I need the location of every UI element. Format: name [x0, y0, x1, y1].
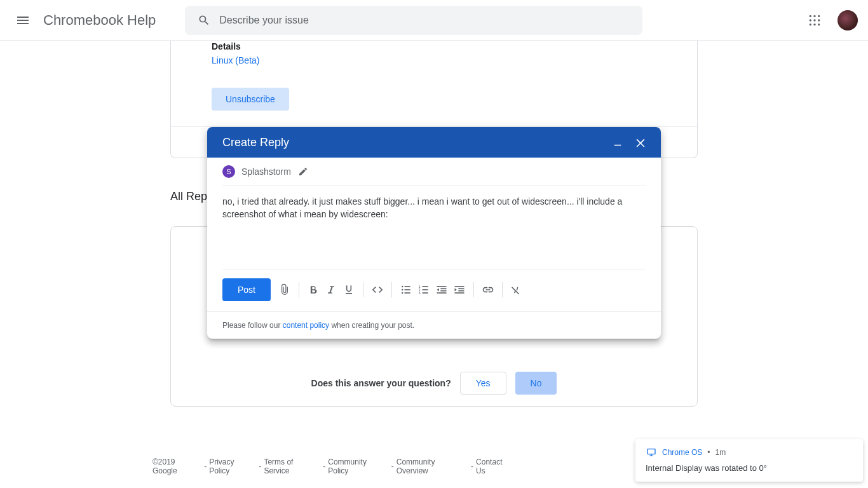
- details-category-link[interactable]: Linux (Beta): [212, 55, 259, 65]
- svg-point-10: [402, 286, 403, 288]
- toast-app-name: Chrome OS: [662, 448, 702, 457]
- brand-title: Chromebook Help: [43, 12, 156, 29]
- svg-point-1: [813, 15, 815, 17]
- svg-point-8: [818, 24, 820, 25]
- composer-toolbar: Post 123: [222, 269, 646, 311]
- outdent-button[interactable]: [433, 278, 451, 301]
- footer-link-contact[interactable]: Contact Us: [476, 458, 513, 475]
- monitor-icon: [646, 447, 657, 458]
- post-button[interactable]: Post: [222, 278, 271, 301]
- close-icon: [634, 136, 647, 149]
- bullet-list-icon: [400, 283, 412, 296]
- svg-rect-13: [405, 286, 410, 287]
- main-menu-button[interactable]: [8, 5, 38, 36]
- footer-link-privacy[interactable]: Privacy Policy: [209, 458, 256, 475]
- link-icon: [482, 283, 494, 296]
- minimize-button[interactable]: [606, 131, 629, 154]
- footer-link-community-policy[interactable]: Community Policy: [328, 458, 388, 475]
- svg-rect-14: [405, 289, 410, 290]
- svg-rect-25: [437, 292, 447, 294]
- clear-formatting-button[interactable]: [508, 278, 526, 301]
- svg-point-2: [818, 15, 820, 17]
- indent-icon: [453, 283, 466, 296]
- svg-rect-28: [458, 290, 464, 292]
- google-apps-button[interactable]: [802, 8, 827, 33]
- app-header: Chromebook Help: [0, 0, 868, 41]
- svg-rect-9: [614, 145, 621, 146]
- create-reply-dialog: Create Reply S Splashstorm no, i tried t…: [207, 127, 661, 339]
- svg-point-12: [402, 292, 403, 294]
- composer-policy-note: Please follow our content policy when cr…: [207, 311, 661, 339]
- answer-yes-button[interactable]: Yes: [460, 372, 506, 395]
- search-input[interactable]: [212, 15, 642, 26]
- footer-link-terms[interactable]: Terms of Service: [264, 458, 320, 475]
- reply-editor[interactable]: no, i tried that already. it just makes …: [222, 186, 646, 269]
- svg-point-4: [813, 19, 815, 21]
- answer-prompt-bar: Does this answer your question? Yes No: [171, 372, 697, 395]
- account-avatar[interactable]: [837, 10, 858, 30]
- numbered-list-button[interactable]: 123: [415, 278, 433, 301]
- code-button[interactable]: [369, 278, 386, 301]
- pencil-icon: [298, 166, 308, 177]
- content-policy-link[interactable]: content policy: [283, 321, 329, 330]
- toast-timestamp: 1m: [715, 448, 726, 457]
- numbered-list-icon: 123: [417, 283, 430, 296]
- underline-button[interactable]: [340, 278, 358, 301]
- underline-icon: [342, 283, 355, 296]
- paperclip-icon: [278, 283, 291, 296]
- bullet-list-button[interactable]: [397, 278, 415, 301]
- close-button[interactable]: [629, 131, 652, 154]
- bold-icon: [307, 283, 320, 296]
- svg-rect-26: [455, 286, 465, 287]
- footer-copyright: ©2019 Google: [153, 458, 201, 475]
- svg-point-0: [810, 15, 811, 17]
- composer-header: Create Reply: [207, 127, 661, 158]
- hamburger-icon: [15, 13, 31, 28]
- svg-rect-22: [437, 286, 447, 287]
- unsubscribe-button[interactable]: Unsubscribe: [212, 88, 289, 111]
- svg-rect-19: [423, 286, 428, 287]
- page-footer: ©2019 Google - Privacy Policy - Terms of…: [76, 458, 698, 488]
- outdent-icon: [435, 283, 448, 296]
- indent-button[interactable]: [451, 278, 468, 301]
- system-notification-toast[interactable]: Chrome OS • 1m Internal Display was rota…: [635, 439, 863, 482]
- link-button[interactable]: [479, 278, 497, 301]
- details-heading: Details: [212, 40, 668, 51]
- svg-text:3: 3: [419, 291, 421, 295]
- author-name: Splashstorm: [241, 166, 291, 177]
- svg-rect-24: [440, 290, 446, 292]
- composer-title: Create Reply: [222, 136, 289, 149]
- minimize-icon: [612, 137, 623, 148]
- search-icon: [196, 13, 212, 28]
- clear-formatting-icon: [510, 283, 523, 296]
- footer-link-community-overview[interactable]: Community Overview: [397, 458, 468, 475]
- svg-rect-30: [648, 449, 655, 454]
- svg-point-5: [818, 19, 820, 21]
- edit-name-button[interactable]: [297, 166, 309, 177]
- svg-point-3: [810, 19, 811, 21]
- toast-separator: •: [707, 448, 710, 457]
- apps-grid-icon: [808, 14, 821, 27]
- toast-message: Internal Display was rotated to 0°: [646, 463, 853, 473]
- svg-rect-20: [423, 289, 428, 290]
- svg-point-6: [810, 24, 811, 25]
- svg-rect-23: [440, 288, 446, 290]
- search-bar[interactable]: [185, 6, 642, 35]
- italic-button[interactable]: [322, 278, 340, 301]
- svg-rect-29: [455, 292, 465, 294]
- code-icon: [371, 283, 384, 296]
- svg-point-7: [813, 24, 815, 25]
- answer-no-button[interactable]: No: [515, 372, 557, 395]
- composer-author-row: S Splashstorm: [222, 165, 646, 186]
- svg-point-11: [402, 289, 403, 291]
- answer-question-text: Does this answer your question?: [311, 378, 451, 388]
- svg-rect-21: [423, 292, 428, 294]
- italic-icon: [325, 283, 337, 296]
- header-right-controls: [802, 8, 868, 33]
- author-avatar: S: [222, 165, 235, 178]
- svg-rect-27: [458, 288, 464, 290]
- attach-button[interactable]: [276, 278, 294, 301]
- svg-rect-15: [405, 292, 410, 294]
- bold-button[interactable]: [304, 278, 322, 301]
